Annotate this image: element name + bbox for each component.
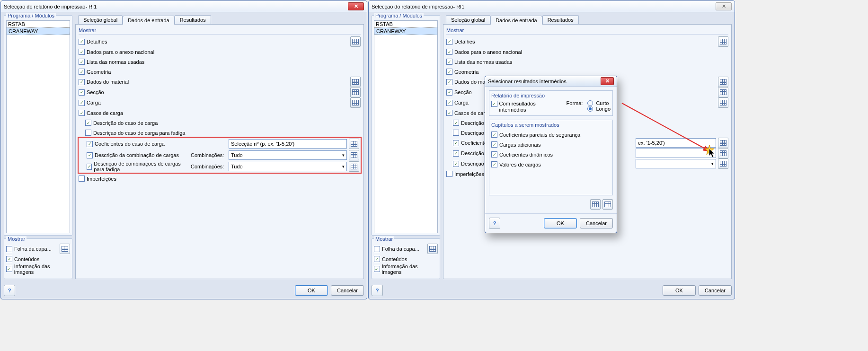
tab-global[interactable]: Seleção global [78,15,123,24]
tab-entrada[interactable]: Dados de entrada [123,16,174,25]
details-button[interactable] [350,36,361,47]
titlebar: Selecção do relatório de impressão- RI1 … [369,1,735,12]
checkbox[interactable] [446,100,452,106]
checkbox[interactable] [85,130,91,136]
checkbox[interactable] [79,176,85,182]
checkbox[interactable] [374,246,380,252]
grid-icon [352,39,359,44]
geometry-label: Geometria [454,69,478,75]
material-button[interactable] [350,77,361,87]
left-dialog: Selecção do relatório de impressão- RI1 … [0,0,367,299]
checkbox[interactable] [446,110,452,116]
checkbox[interactable] [79,39,85,45]
tab-global[interactable]: Seleção global [446,15,490,24]
radio-long[interactable] [587,106,593,112]
modules-list[interactable]: RSTAB CRANEWAY [6,20,70,233]
cancel-button[interactable]: Cancelar [699,285,732,296]
checkbox[interactable] [6,246,12,252]
checkbox[interactable] [491,101,497,107]
checkbox[interactable] [87,141,93,147]
modules-list[interactable]: RSTAB CRANEWAY [374,20,438,233]
checkbox[interactable] [79,100,85,106]
checkbox[interactable] [446,49,452,55]
checkbox[interactable] [446,171,452,177]
checkbox[interactable] [87,164,92,170]
grid-icon [604,202,611,207]
show-section-title: Mostrar [446,27,728,35]
checkbox[interactable] [491,141,497,148]
checkbox[interactable] [491,151,497,158]
checkbox[interactable] [453,161,459,167]
cancel-button[interactable]: Cancelar [580,218,613,228]
select-all-button[interactable] [590,199,601,210]
checkbox[interactable] [6,256,12,262]
checkbox[interactable] [446,89,452,96]
checkbox[interactable] [87,152,93,158]
tab-resultados[interactable]: Resultados [542,15,579,24]
grid-icon [720,150,726,156]
close-icon[interactable]: ✕ [601,77,614,85]
grid-icon [720,100,726,105]
ok-button[interactable]: OK [295,285,328,296]
help-button[interactable]: ? [489,218,500,229]
list-item[interactable]: RSTAB [7,21,70,27]
settings-button[interactable] [60,244,70,254]
close-icon[interactable]: ✕ [348,2,364,10]
tab-resultados[interactable]: Resultados [175,15,211,24]
checkbox[interactable] [446,79,452,85]
load-button[interactable] [350,97,361,108]
comb-details-button[interactable] [349,150,359,160]
intermediate-results-dialog: Selecionar resultados intermédios ✕ Rela… [485,76,617,233]
checkbox[interactable] [85,120,91,126]
checkbox[interactable] [446,59,452,65]
checkbox[interactable] [79,49,85,55]
settings-button[interactable] [427,244,438,254]
help-button[interactable]: ? [372,285,383,296]
checkbox[interactable] [491,161,497,167]
section-button[interactable] [718,87,728,97]
grid-icon [429,246,436,252]
checkbox[interactable] [79,69,85,75]
list-item[interactable]: CRANEWAY [374,27,437,35]
list-item[interactable]: CRANEWAY [7,27,70,35]
coef-details-button[interactable] [349,139,359,149]
checkbox[interactable] [453,140,459,146]
comb-select[interactable]: Tudo▾ [229,150,347,160]
comb-fatigue-details-button[interactable] [718,158,728,169]
cancel-button[interactable]: Cancelar [331,285,364,296]
checkbox[interactable] [453,150,459,157]
ok-button[interactable]: OK [544,218,577,228]
details-button[interactable] [718,36,728,47]
checkbox[interactable] [374,266,380,272]
selection-input[interactable]: Selecção nº (p. ex. '1-5,20') [229,139,347,149]
checkbox[interactable] [79,59,85,65]
with-intermediate-label: Com resultados intermédios [499,101,562,113]
material-button[interactable] [718,77,728,87]
ok-button[interactable]: OK [663,285,696,296]
load-label: Carga [454,100,469,105]
checkbox[interactable] [446,39,452,45]
comb-fatigue-select[interactable]: ▾ [636,159,716,168]
help-button[interactable]: ? [4,285,15,296]
close-icon[interactable]: ✕ [716,2,732,10]
comb-fatigue-select[interactable]: Tudo▾ [229,162,347,171]
tab-entrada[interactable]: Dados de entrada [490,16,542,25]
checkbox[interactable] [6,266,12,272]
comb-details-button[interactable] [718,148,728,158]
comb-fatigue-details-button[interactable] [349,161,359,172]
checkbox[interactable] [79,110,85,116]
coef-details-button[interactable] [718,138,728,148]
section-button[interactable] [350,87,361,97]
load-button[interactable] [718,97,728,108]
checkbox[interactable] [79,79,85,85]
checkbox[interactable] [374,256,380,262]
checkbox[interactable] [453,120,459,126]
load-label: Carga [87,100,101,105]
deselect-all-button[interactable] [602,199,613,210]
radio-short[interactable] [587,100,593,106]
list-item[interactable]: RSTAB [374,21,437,27]
checkbox[interactable] [446,69,452,75]
checkbox[interactable] [453,130,459,136]
checkbox[interactable] [491,132,497,138]
checkbox[interactable] [79,89,85,96]
